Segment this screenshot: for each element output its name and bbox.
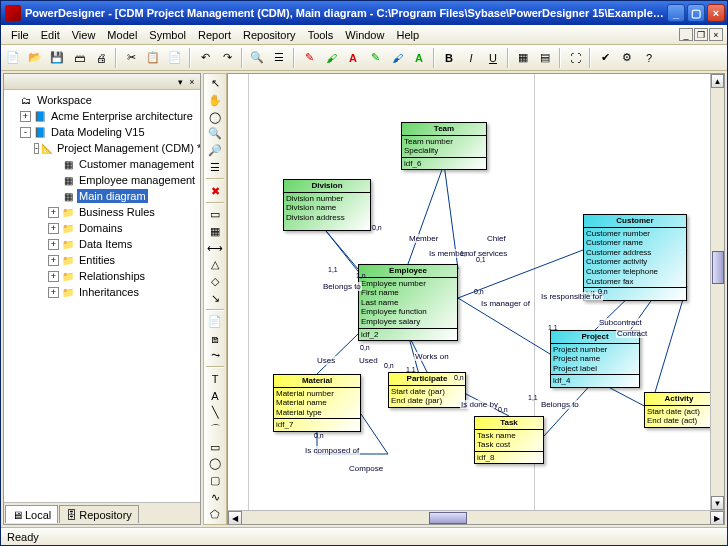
association-tool[interactable]: ◇ — [205, 274, 225, 290]
bold-button[interactable]: B — [439, 48, 459, 68]
canvas-vscroll[interactable]: ▲ ▼ — [710, 74, 724, 510]
menu-repository[interactable]: Repository — [237, 27, 302, 43]
print-button[interactable]: 🖨 — [91, 48, 111, 68]
menu-help[interactable]: Help — [390, 27, 425, 43]
entity-division[interactable]: DivisionDivision numberDivision nameDivi… — [283, 179, 371, 231]
menu-symbol[interactable]: Symbol — [143, 27, 192, 43]
redo-button[interactable]: ↷ — [217, 48, 237, 68]
align-button[interactable]: ▦ — [513, 48, 533, 68]
tree-item[interactable]: -📘Data Modeling V15 — [6, 124, 198, 140]
fillcolor-button[interactable]: 🖌 — [321, 48, 341, 68]
tree-label[interactable]: Entities — [77, 253, 117, 267]
browser-dropdown-icon[interactable]: ▾ — [174, 76, 186, 88]
pointer-tool[interactable]: ↖ — [205, 76, 225, 92]
menu-edit[interactable]: Edit — [35, 27, 66, 43]
tree-item[interactable]: +📁Relationships — [6, 268, 198, 284]
tree-label[interactable]: Main diagram — [77, 189, 148, 203]
maximize-button[interactable]: ▢ — [687, 4, 705, 22]
expand-icon[interactable]: - — [34, 143, 39, 154]
entity-activity[interactable]: ActivityStart date (act)End date (act) — [644, 392, 714, 428]
tree-item[interactable]: -📐Project Management (CDM) * — [6, 140, 198, 156]
tree-label[interactable]: Relationships — [77, 269, 147, 283]
tree-label[interactable]: Project Management (CDM) * — [55, 141, 200, 155]
open-button[interactable]: 📂 — [25, 48, 45, 68]
inheritance-tool[interactable]: △ — [205, 257, 225, 273]
tree-item[interactable]: +📁Business Rules — [6, 204, 198, 220]
menu-report[interactable]: Report — [192, 27, 237, 43]
linecolor-button[interactable]: ✎ — [299, 48, 319, 68]
tree-label[interactable]: Domains — [77, 221, 124, 235]
tree-item[interactable]: +📁Inheritances — [6, 284, 198, 300]
entity-material[interactable]: MaterialMaterial number Material nameMat… — [273, 374, 361, 432]
tree-item[interactable]: ▦Customer management — [6, 156, 198, 172]
zoomin-tool[interactable]: 🔍 — [205, 126, 225, 142]
depend-tool[interactable]: ⤳ — [205, 348, 225, 364]
text-tool[interactable]: A — [205, 388, 225, 404]
grabber-tool[interactable]: ✋ — [205, 93, 225, 109]
entity-task[interactable]: TaskTask name Task costidf_8 — [474, 416, 544, 464]
properties-tool[interactable]: ☰ — [205, 160, 225, 176]
mdi-close-button[interactable]: × — [709, 28, 723, 41]
close-button[interactable]: × — [707, 4, 725, 22]
rrect-tool[interactable]: ▢ — [205, 473, 225, 489]
generate-button[interactable]: ⚙ — [617, 48, 637, 68]
underline-button[interactable]: U — [483, 48, 503, 68]
tab-repository[interactable]: 🗄Repository — [59, 505, 139, 523]
cut-button[interactable]: ✂ — [121, 48, 141, 68]
italic-button[interactable]: I — [461, 48, 481, 68]
fillcolor2-button[interactable]: 🖌 — [387, 48, 407, 68]
link-tool[interactable]: ↘ — [205, 290, 225, 306]
tree-label[interactable]: Acme Enterprise architecture — [49, 109, 195, 123]
canvas-hscroll[interactable]: ◀ ▶ — [228, 510, 724, 524]
rect-tool[interactable]: ▭ — [205, 439, 225, 455]
tree-item[interactable]: ▦Main diagram — [6, 188, 198, 204]
polygon-tool[interactable]: ⬠ — [205, 506, 225, 522]
textcolor-button[interactable]: A — [343, 48, 363, 68]
tree-item[interactable]: +📁Domains — [6, 220, 198, 236]
new-button[interactable]: 📄 — [3, 48, 23, 68]
zoomout-tool[interactable]: 🔎 — [205, 143, 225, 159]
help-button[interactable]: ? — [639, 48, 659, 68]
hscroll-right-icon[interactable]: ▶ — [710, 511, 724, 525]
copy-button[interactable]: 📋 — [143, 48, 163, 68]
tree-label[interactable]: Inheritances — [77, 285, 141, 299]
tree-item[interactable]: ▦Employee management — [6, 172, 198, 188]
tree-item[interactable]: +📁Entities — [6, 252, 198, 268]
expand-icon[interactable]: + — [48, 271, 59, 282]
tree-label[interactable]: Data Modeling V15 — [49, 125, 147, 139]
vscroll-up-icon[interactable]: ▲ — [711, 74, 724, 88]
vscroll-thumb[interactable] — [712, 251, 724, 284]
lasso-tool[interactable]: ◯ — [205, 109, 225, 125]
tree-label[interactable]: Employee management — [77, 173, 197, 187]
polyline-tool[interactable]: ∿ — [205, 489, 225, 505]
find-button[interactable]: 🔍 — [247, 48, 267, 68]
menu-tools[interactable]: Tools — [302, 27, 340, 43]
tab-local[interactable]: 🖥Local — [5, 505, 58, 523]
expand-icon[interactable]: - — [20, 127, 31, 138]
vscroll-down-icon[interactable]: ▼ — [711, 496, 724, 510]
package-tool[interactable]: ▭ — [205, 207, 225, 223]
hscroll-thumb[interactable] — [429, 512, 466, 524]
menu-view[interactable]: View — [66, 27, 102, 43]
tree-item[interactable]: +📘Acme Enterprise architecture — [6, 108, 198, 124]
entity-employee[interactable]: EmployeeEmployee number First nameLast n… — [358, 264, 458, 341]
arc-tool[interactable]: ⌒ — [205, 421, 225, 438]
expand-icon[interactable]: + — [48, 239, 59, 250]
tree-label[interactable]: Workspace — [35, 93, 94, 107]
note-tool[interactable]: 🗈 — [205, 331, 225, 347]
tree-item[interactable]: 🗂Workspace — [6, 92, 198, 108]
tree-label[interactable]: Business Rules — [77, 205, 157, 219]
undo-button[interactable]: ↶ — [195, 48, 215, 68]
hscroll-left-icon[interactable]: ◀ — [228, 511, 242, 525]
expand-icon[interactable]: + — [48, 255, 59, 266]
paste-button[interactable]: 📄 — [165, 48, 185, 68]
relationship-tool[interactable]: ⟷ — [205, 240, 225, 256]
delete-tool[interactable]: ✖ — [205, 183, 225, 199]
diagram-canvas[interactable]: DivisionDivision numberDivision nameDivi… — [227, 73, 725, 525]
line-tool[interactable]: ╲ — [205, 405, 225, 421]
tree-label[interactable]: Customer management — [77, 157, 196, 171]
linecolor2-button[interactable]: ✎ — [365, 48, 385, 68]
minimize-button[interactable]: _ — [667, 4, 685, 22]
tree-item[interactable]: +📁Data Items — [6, 236, 198, 252]
saveall-button[interactable]: 🗃 — [69, 48, 89, 68]
